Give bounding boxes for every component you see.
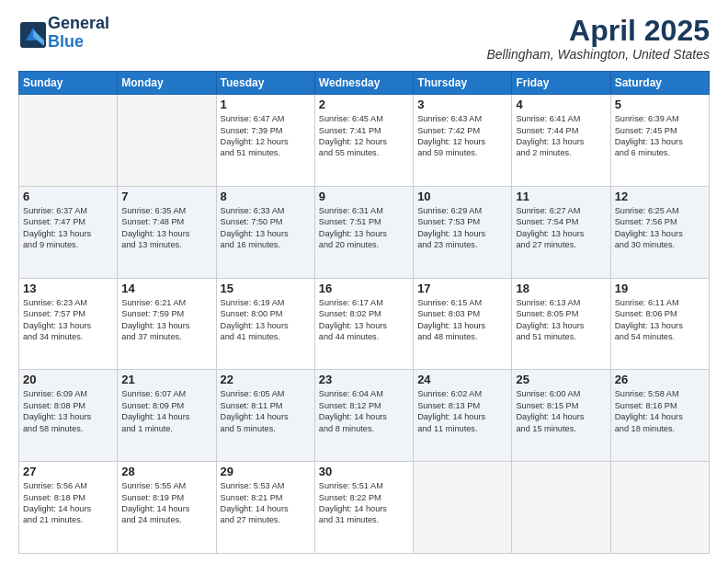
day-number: 1 [221,98,311,111]
table-row: 24Sunrise: 6:02 AM Sunset: 8:13 PM Dayli… [414,370,512,462]
logo-general: General [48,15,109,33]
day-info: Sunrise: 6:27 AM Sunset: 7:54 PM Dayligh… [516,205,606,251]
day-info: Sunrise: 5:56 AM Sunset: 8:18 PM Dayligh… [23,480,113,526]
table-row: 6Sunrise: 6:37 AM Sunset: 7:47 PM Daylig… [19,186,118,278]
day-number: 9 [319,190,409,203]
day-number: 5 [615,98,705,111]
day-number: 15 [221,282,311,295]
day-info: Sunrise: 6:21 AM Sunset: 7:59 PM Dayligh… [121,297,211,343]
day-info: Sunrise: 6:13 AM Sunset: 8:05 PM Dayligh… [516,297,606,343]
day-number: 8 [221,190,311,203]
logo-icon [18,20,44,46]
day-number: 16 [319,282,409,295]
table-row: 11Sunrise: 6:27 AM Sunset: 7:54 PM Dayli… [512,186,610,278]
day-number: 23 [319,373,409,386]
table-row: 23Sunrise: 6:04 AM Sunset: 8:12 PM Dayli… [314,370,413,462]
table-row: 2Sunrise: 6:45 AM Sunset: 7:41 PM Daylig… [314,95,413,187]
table-row: 13Sunrise: 6:23 AM Sunset: 7:57 PM Dayli… [19,278,118,370]
calendar-week-row: 6Sunrise: 6:37 AM Sunset: 7:47 PM Daylig… [19,186,710,278]
day-info: Sunrise: 6:47 AM Sunset: 7:39 PM Dayligh… [221,113,311,159]
day-info: Sunrise: 5:53 AM Sunset: 8:21 PM Dayligh… [221,480,311,526]
table-row: 18Sunrise: 6:13 AM Sunset: 8:05 PM Dayli… [512,278,610,370]
logo: General Blue [18,15,109,52]
table-row: 28Sunrise: 5:55 AM Sunset: 8:19 PM Dayli… [118,462,216,554]
day-number: 24 [417,373,507,386]
col-saturday: Saturday [610,72,709,95]
day-info: Sunrise: 6:07 AM Sunset: 8:09 PM Dayligh… [121,388,211,434]
day-number: 19 [615,282,705,295]
day-info: Sunrise: 6:29 AM Sunset: 7:53 PM Dayligh… [417,205,507,251]
day-info: Sunrise: 6:23 AM Sunset: 7:57 PM Dayligh… [23,297,113,343]
table-row: 20Sunrise: 6:09 AM Sunset: 8:08 PM Dayli… [19,370,118,462]
day-number: 13 [23,282,113,295]
table-row: 19Sunrise: 6:11 AM Sunset: 8:06 PM Dayli… [610,278,709,370]
table-row: 3Sunrise: 6:43 AM Sunset: 7:42 PM Daylig… [414,95,512,187]
calendar-header-row: Sunday Monday Tuesday Wednesday Thursday… [19,72,710,95]
day-number: 28 [121,465,211,478]
table-row: 30Sunrise: 5:51 AM Sunset: 8:22 PM Dayli… [314,462,413,554]
day-info: Sunrise: 6:00 AM Sunset: 8:15 PM Dayligh… [516,388,606,434]
calendar-week-row: 13Sunrise: 6:23 AM Sunset: 7:57 PM Dayli… [19,278,710,370]
day-info: Sunrise: 6:39 AM Sunset: 7:45 PM Dayligh… [615,113,705,159]
day-info: Sunrise: 5:58 AM Sunset: 8:16 PM Dayligh… [615,388,705,434]
day-info: Sunrise: 6:09 AM Sunset: 8:08 PM Dayligh… [23,388,113,434]
day-info: Sunrise: 6:45 AM Sunset: 7:41 PM Dayligh… [319,113,409,159]
col-sunday: Sunday [19,72,118,95]
location: Bellingham, Washington, United States [486,47,710,62]
day-info: Sunrise: 6:19 AM Sunset: 8:00 PM Dayligh… [221,297,311,343]
table-row: 12Sunrise: 6:25 AM Sunset: 7:56 PM Dayli… [610,186,709,278]
logo-text: General Blue [48,15,109,52]
col-friday: Friday [512,72,610,95]
table-row [118,95,216,187]
table-row: 7Sunrise: 6:35 AM Sunset: 7:48 PM Daylig… [118,186,216,278]
day-number: 4 [516,98,606,111]
header: General Blue April 2025 Bellingham, Wash… [18,15,710,62]
month-title: April 2025 [486,15,710,47]
day-info: Sunrise: 6:04 AM Sunset: 8:12 PM Dayligh… [319,388,409,434]
logo-blue-text: Blue [48,33,109,52]
table-row [512,462,610,554]
day-number: 22 [221,373,311,386]
day-number: 20 [23,373,113,386]
day-number: 11 [516,190,606,203]
table-row: 27Sunrise: 5:56 AM Sunset: 8:18 PM Dayli… [19,462,118,554]
col-tuesday: Tuesday [216,72,314,95]
day-number: 30 [319,465,409,478]
day-info: Sunrise: 6:43 AM Sunset: 7:42 PM Dayligh… [417,113,507,159]
calendar-week-row: 1Sunrise: 6:47 AM Sunset: 7:39 PM Daylig… [19,95,710,187]
calendar-table: Sunday Monday Tuesday Wednesday Thursday… [18,71,710,554]
day-number: 18 [516,282,606,295]
day-number: 6 [23,190,113,203]
table-row: 1Sunrise: 6:47 AM Sunset: 7:39 PM Daylig… [216,95,314,187]
table-row: 15Sunrise: 6:19 AM Sunset: 8:00 PM Dayli… [216,278,314,370]
table-row: 4Sunrise: 6:41 AM Sunset: 7:44 PM Daylig… [512,95,610,187]
day-number: 2 [319,98,409,111]
table-row: 29Sunrise: 5:53 AM Sunset: 8:21 PM Dayli… [216,462,314,554]
table-row: 8Sunrise: 6:33 AM Sunset: 7:50 PM Daylig… [216,186,314,278]
day-info: Sunrise: 5:55 AM Sunset: 8:19 PM Dayligh… [121,480,211,526]
table-row: 16Sunrise: 6:17 AM Sunset: 8:02 PM Dayli… [314,278,413,370]
day-number: 17 [417,282,507,295]
page: General Blue April 2025 Bellingham, Wash… [0,0,728,563]
table-row: 17Sunrise: 6:15 AM Sunset: 8:03 PM Dayli… [414,278,512,370]
header-right: April 2025 Bellingham, Washington, Unite… [486,15,710,62]
day-info: Sunrise: 5:51 AM Sunset: 8:22 PM Dayligh… [319,480,409,526]
day-number: 29 [221,465,311,478]
table-row: 21Sunrise: 6:07 AM Sunset: 8:09 PM Dayli… [118,370,216,462]
day-number: 27 [23,465,113,478]
table-row [610,462,709,554]
day-info: Sunrise: 6:05 AM Sunset: 8:11 PM Dayligh… [221,388,311,434]
day-info: Sunrise: 6:17 AM Sunset: 8:02 PM Dayligh… [319,297,409,343]
table-row: 26Sunrise: 5:58 AM Sunset: 8:16 PM Dayli… [610,370,709,462]
day-info: Sunrise: 6:02 AM Sunset: 8:13 PM Dayligh… [417,388,507,434]
day-number: 7 [121,190,211,203]
col-wednesday: Wednesday [314,72,413,95]
day-number: 21 [121,373,211,386]
table-row: 22Sunrise: 6:05 AM Sunset: 8:11 PM Dayli… [216,370,314,462]
col-monday: Monday [118,72,216,95]
day-number: 25 [516,373,606,386]
table-row [19,95,118,187]
table-row: 5Sunrise: 6:39 AM Sunset: 7:45 PM Daylig… [610,95,709,187]
day-info: Sunrise: 6:37 AM Sunset: 7:47 PM Dayligh… [23,205,113,251]
day-number: 14 [121,282,211,295]
